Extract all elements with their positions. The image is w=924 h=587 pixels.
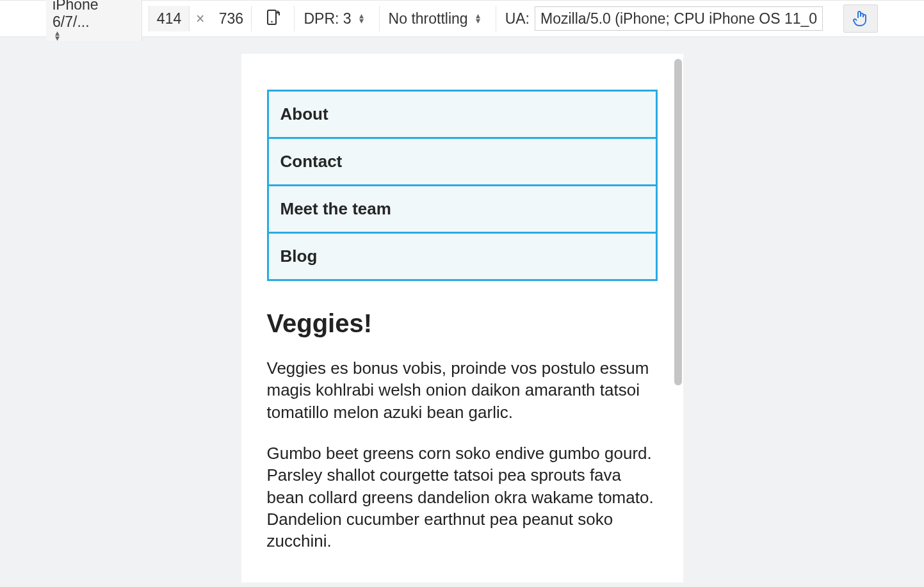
nav-item-blog[interactable]: Blog xyxy=(269,232,656,279)
device-stage: About Contact Meet the team Blog Veggies… xyxy=(0,37,924,587)
responsive-design-toolbar: iPhone 6/7/... ▴▾ × DPR: 3 ▴▾ No throttl… xyxy=(0,0,924,37)
device-preset-select[interactable]: iPhone 6/7/... ▴▾ xyxy=(46,0,142,41)
throttling-label: No throttling xyxy=(389,10,468,28)
touch-simulation-button[interactable] xyxy=(843,4,878,33)
viewport-dimensions-group: × xyxy=(149,6,252,31)
touch-hand-icon xyxy=(852,9,869,28)
user-agent-input[interactable] xyxy=(535,6,823,31)
viewport-width-input[interactable] xyxy=(149,6,190,31)
nav-item-contact[interactable]: Contact xyxy=(269,137,656,184)
select-caret-icon: ▴▾ xyxy=(55,31,130,40)
throttling-segment[interactable]: No throttling ▴▾ xyxy=(379,6,489,31)
nav-item-label: Blog xyxy=(280,246,318,266)
article-paragraph: Veggies es bonus vobis, proinde vos post… xyxy=(267,357,658,423)
dpr-label: DPR: 3 xyxy=(304,10,351,28)
rotate-phone-icon xyxy=(265,9,280,28)
nav-item-meet-the-team[interactable]: Meet the team xyxy=(269,184,656,232)
simulated-viewport[interactable]: About Contact Meet the team Blog Veggies… xyxy=(241,54,683,583)
dpr-segment[interactable]: DPR: 3 ▴▾ xyxy=(294,6,372,31)
article-title: Veggies! xyxy=(267,309,658,338)
viewport-scrollbar[interactable] xyxy=(674,59,682,385)
viewport-height-input[interactable] xyxy=(211,6,252,31)
dimension-separator: × xyxy=(190,10,211,28)
page-content: About Contact Meet the team Blog Veggies… xyxy=(241,54,683,552)
select-caret-icon: ▴▾ xyxy=(359,13,364,23)
svg-point-1 xyxy=(272,21,273,22)
rotate-viewport-button[interactable] xyxy=(258,6,288,31)
main-nav: About Contact Meet the team Blog xyxy=(267,90,658,281)
nav-item-about[interactable]: About xyxy=(269,92,656,137)
article-paragraph: Gumbo beet greens corn soko endive gumbo… xyxy=(267,442,658,552)
select-caret-icon: ▴▾ xyxy=(476,13,480,23)
nav-item-label: Meet the team xyxy=(280,199,391,218)
ua-prefix-label: UA: xyxy=(505,10,530,28)
main-article: Veggies! Veggies es bonus vobis, proinde… xyxy=(267,309,658,552)
nav-item-label: Contact xyxy=(280,152,343,171)
device-preset-label: iPhone 6/7/... xyxy=(53,0,99,30)
nav-item-label: About xyxy=(280,104,328,124)
ua-segment: UA: xyxy=(496,6,832,31)
